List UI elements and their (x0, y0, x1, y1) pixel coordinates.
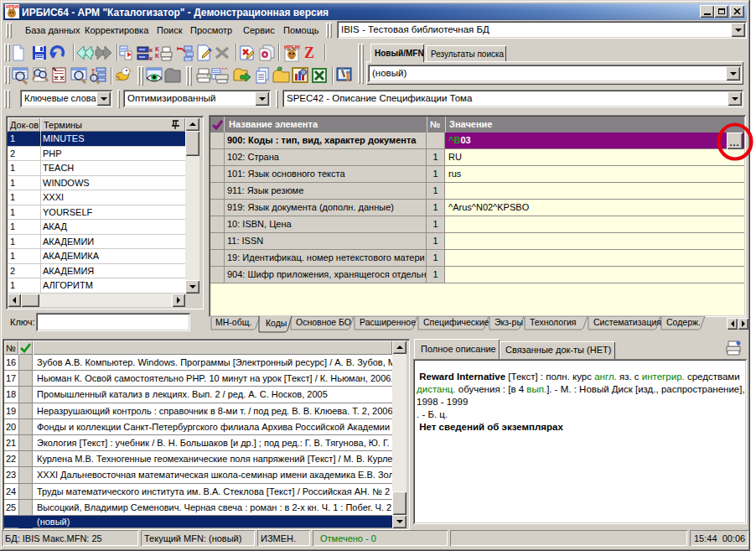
svg-text:МН-общ.: МН-общ. (215, 317, 251, 327)
svg-text:К: К (155, 52, 159, 60)
svg-text:ИРБИС: ИРБИС (284, 44, 300, 49)
svg-text:ИРБИС: ИРБИС (6, 4, 20, 9)
svg-text:Коды: Коды (266, 318, 287, 328)
svg-text:к: к (149, 55, 153, 61)
svg-text:Технология: Технология (530, 317, 577, 327)
svg-text:Экз-ры: Экз-ры (495, 317, 523, 327)
svg-text:к: к (149, 46, 153, 54)
svg-text:Содерж.: Содерж. (666, 317, 701, 327)
svg-text:Специфические: Специфические (423, 317, 489, 327)
svg-text:Расширенное: Расширенное (360, 317, 416, 327)
svg-text:Систематизация: Систематизация (593, 317, 661, 327)
svg-text:Z: Z (304, 44, 314, 61)
svg-text:Основное БО: Основное БО (296, 317, 351, 327)
